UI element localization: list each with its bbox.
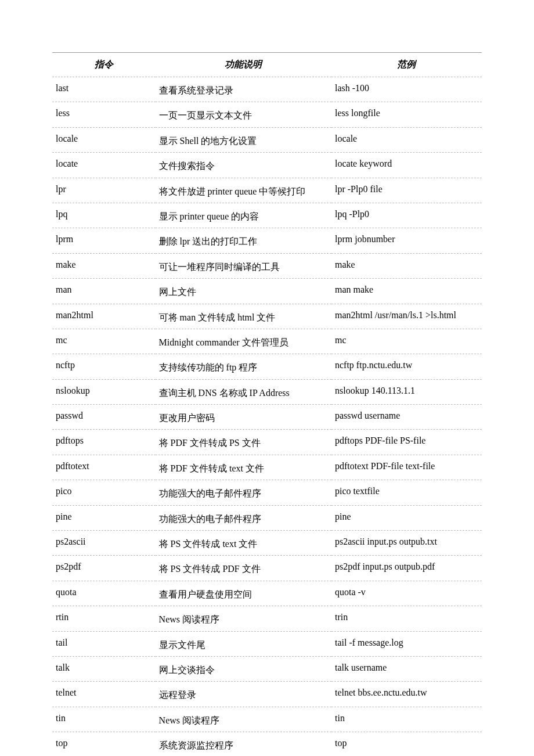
cell-description: 查看用户硬盘使用空间 xyxy=(156,581,331,606)
cell-example: trin xyxy=(331,606,482,631)
table-row: lpq显示 printer queue 的内容lpq -Plp0 xyxy=(52,203,482,228)
table-row: pdftotext将 PDF 文件转成 text 文件pdftotext PDF… xyxy=(52,455,482,480)
cell-command: talk xyxy=(52,656,156,681)
cell-example: locale xyxy=(331,127,482,152)
cell-description: Midnight commander 文件管理员 xyxy=(156,329,331,354)
cell-example: quota -v xyxy=(331,581,482,606)
table-row: last查看系统登录记录lash -100 xyxy=(52,77,482,102)
cell-description: 删除 lpr 送出的打印工作 xyxy=(156,228,331,253)
cell-description: 网上文件 xyxy=(156,279,331,304)
table-row: quota查看用户硬盘使用空间quota -v xyxy=(52,581,482,606)
table-row: locale显示 Shell 的地方化设置locale xyxy=(52,127,482,152)
table-row: pdftops将 PDF 文件转成 PS 文件pdftops PDF-file … xyxy=(52,430,482,455)
cell-description: 将 PDF 文件转成 text 文件 xyxy=(156,455,331,480)
cell-command: locate xyxy=(52,153,156,178)
cell-command: quota xyxy=(52,581,156,606)
cell-description: 网上交谈指令 xyxy=(156,656,331,681)
cell-description: 一页一页显示文本文件 xyxy=(156,102,331,127)
cell-command: telnet xyxy=(52,682,156,707)
cell-description: 可让一堆程序同时编译的工具 xyxy=(156,253,331,278)
cell-example: pine xyxy=(331,505,482,530)
cell-command: man xyxy=(52,279,156,304)
cell-example: lpr -Plp0 file xyxy=(331,178,482,203)
cell-description: 查看系统登录记录 xyxy=(156,77,331,102)
cell-command: make xyxy=(52,253,156,278)
table-row: passwd更改用户密码passwd username xyxy=(52,405,482,430)
cell-description: 更改用户密码 xyxy=(156,405,331,430)
cell-example: nslookup 140.113.1.1 xyxy=(331,379,482,404)
table-row: ps2ascii将 PS 文件转成 text 文件ps2ascii input.… xyxy=(52,531,482,556)
header-example: 范例 xyxy=(331,53,482,77)
header-command: 指令 xyxy=(52,53,156,77)
cell-description: 功能强大的电子邮件程序 xyxy=(156,480,331,505)
table-row: tinNews 阅读程序tin xyxy=(52,707,482,732)
cell-command: tail xyxy=(52,631,156,656)
cell-example: telnet bbs.ee.nctu.edu.tw xyxy=(331,682,482,707)
cell-example: lpq -Plp0 xyxy=(331,203,482,228)
cell-command: locale xyxy=(52,127,156,152)
table-row: tail显示文件尾tail -f message.log xyxy=(52,631,482,656)
cell-description: News 阅读程序 xyxy=(156,606,331,631)
cell-description: 功能强大的电子邮件程序 xyxy=(156,505,331,530)
cell-command: lpq xyxy=(52,203,156,228)
cell-example: ncftp ftp.nctu.edu.tw xyxy=(331,354,482,379)
table-row: ps2pdf将 PS 文件转成 PDF 文件ps2pdf input.ps ou… xyxy=(52,556,482,581)
cell-command: top xyxy=(52,732,156,756)
table-row: pico功能强大的电子邮件程序pico textfile xyxy=(52,480,482,505)
table-row: pine功能强大的电子邮件程序pine xyxy=(52,505,482,530)
header-description: 功能说明 xyxy=(156,53,331,77)
cell-command: less xyxy=(52,102,156,127)
table-row: man2html可将 man 文件转成 html 文件man2html /usr… xyxy=(52,304,482,329)
cell-example: ps2ascii input.ps outpub.txt xyxy=(331,531,482,556)
cell-command: ps2pdf xyxy=(52,556,156,581)
cell-example: mc xyxy=(331,329,482,354)
cell-description: 查询主机 DNS 名称或 IP Address xyxy=(156,379,331,404)
cell-command: last xyxy=(52,77,156,102)
cell-command: nslookup xyxy=(52,379,156,404)
cell-example: tin xyxy=(331,707,482,732)
cell-example: man make xyxy=(331,279,482,304)
cell-description: 将 PS 文件转成 PDF 文件 xyxy=(156,556,331,581)
table-row: top系统资源监控程序top xyxy=(52,732,482,756)
table-row: telnet远程登录telnet bbs.ee.nctu.edu.tw xyxy=(52,682,482,707)
cell-description: News 阅读程序 xyxy=(156,707,331,732)
table-row: nslookup查询主机 DNS 名称或 IP Addressnslookup … xyxy=(52,379,482,404)
cell-description: 远程登录 xyxy=(156,682,331,707)
command-reference-table: 指令 功能说明 范例 last查看系统登录记录lash -100less一页一页… xyxy=(52,52,482,756)
table-row: rtinNews 阅读程序trin xyxy=(52,606,482,631)
table-row: make可让一堆程序同时编译的工具make xyxy=(52,253,482,278)
table-row: less一页一页显示文本文件less longfile xyxy=(52,102,482,127)
cell-command: ps2ascii xyxy=(52,531,156,556)
cell-example: passwd username xyxy=(331,405,482,430)
cell-description: 显示文件尾 xyxy=(156,631,331,656)
cell-example: tail -f message.log xyxy=(331,631,482,656)
cell-example: lprm jobnumber xyxy=(331,228,482,253)
cell-command: mc xyxy=(52,329,156,354)
cell-description: 显示 Shell 的地方化设置 xyxy=(156,127,331,152)
cell-description: 支持续传功能的 ftp 程序 xyxy=(156,354,331,379)
table-row: talk网上交谈指令talk username xyxy=(52,656,482,681)
cell-example: man2html /usr/man/ls.1 >ls.html xyxy=(331,304,482,329)
cell-description: 系统资源监控程序 xyxy=(156,732,331,756)
cell-command: ncftp xyxy=(52,354,156,379)
table-row: man网上文件man make xyxy=(52,279,482,304)
cell-command: pine xyxy=(52,505,156,530)
cell-description: 将文件放进 printer queue 中等候打印 xyxy=(156,178,331,203)
cell-command: tin xyxy=(52,707,156,732)
cell-command: passwd xyxy=(52,405,156,430)
cell-command: pdftotext xyxy=(52,455,156,480)
table-header-row: 指令 功能说明 范例 xyxy=(52,53,482,77)
cell-command: pico xyxy=(52,480,156,505)
table-row: ncftp支持续传功能的 ftp 程序ncftp ftp.nctu.edu.tw xyxy=(52,354,482,379)
cell-description: 文件搜索指令 xyxy=(156,153,331,178)
cell-example: top xyxy=(331,732,482,756)
cell-command: lpr xyxy=(52,178,156,203)
table-row: lprm删除 lpr 送出的打印工作lprm jobnumber xyxy=(52,228,482,253)
cell-description: 将 PS 文件转成 text 文件 xyxy=(156,531,331,556)
table-row: mcMidnight commander 文件管理员mc xyxy=(52,329,482,354)
table-row: lpr将文件放进 printer queue 中等候打印lpr -Plp0 fi… xyxy=(52,178,482,203)
cell-example: lash -100 xyxy=(331,77,482,102)
cell-command: rtin xyxy=(52,606,156,631)
cell-example: ps2pdf input.ps outpub.pdf xyxy=(331,556,482,581)
cell-example: pdftotext PDF-file text-file xyxy=(331,455,482,480)
